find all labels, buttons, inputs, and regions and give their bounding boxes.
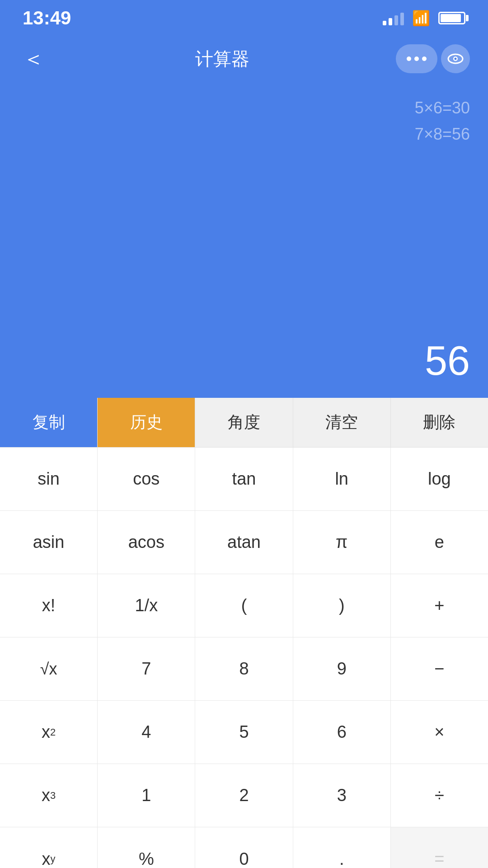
signal-icon (383, 11, 404, 25)
minus-key[interactable]: − (391, 637, 488, 700)
3-key[interactable]: 3 (293, 764, 391, 827)
plus-key[interactable]: + (391, 574, 488, 637)
delete-button[interactable]: 删除 (391, 398, 488, 447)
6-key[interactable]: 6 (293, 701, 391, 764)
cos-key[interactable]: cos (98, 448, 195, 510)
dots-icon (407, 57, 427, 61)
close-paren-key[interactable]: ) (293, 574, 391, 637)
keypad-row-1: sin cos tan ln log (0, 448, 488, 511)
0-key[interactable]: 0 (195, 827, 293, 868)
header-actions (396, 44, 470, 73)
header: ＜ 计算器 (0, 36, 488, 81)
wifi-icon: 📶 (412, 9, 430, 27)
more-button[interactable] (396, 44, 437, 73)
acos-key[interactable]: acos (98, 511, 195, 574)
current-result: 56 (425, 338, 470, 384)
e-key[interactable]: e (391, 511, 488, 574)
battery-icon (438, 12, 465, 24)
page-title: 计算器 (195, 47, 249, 71)
9-key[interactable]: 9 (293, 637, 391, 700)
action-row: 复制 历史 角度 清空 删除 (0, 398, 488, 448)
copy-button[interactable]: 复制 (0, 398, 98, 447)
eye-icon (447, 52, 464, 65)
open-paren-key[interactable]: ( (195, 574, 293, 637)
7-key[interactable]: 7 (98, 637, 195, 700)
keypad-row-4: √x 7 8 9 − (0, 637, 488, 701)
2-key[interactable]: 2 (195, 764, 293, 827)
pi-key[interactable]: π (293, 511, 391, 574)
log-key[interactable]: log (391, 448, 488, 510)
history-display: 5×6=30 7×8=56 (415, 95, 470, 147)
sqrt-key[interactable]: √x (0, 637, 98, 700)
history-line-2: 7×8=56 (415, 121, 470, 147)
reciprocal-key[interactable]: 1/x (98, 574, 195, 637)
multiply-key[interactable]: × (391, 701, 488, 764)
power-key[interactable]: xy (0, 827, 98, 868)
cube-key[interactable]: x3 (0, 764, 98, 827)
8-key[interactable]: 8 (195, 637, 293, 700)
4-key[interactable]: 4 (98, 701, 195, 764)
eye-button[interactable] (441, 44, 470, 73)
display-area: 5×6=30 7×8=56 56 (0, 81, 488, 398)
keypad: sin cos tan ln log asin acos atan π e x!… (0, 448, 488, 868)
status-icons: 📶 (383, 9, 465, 27)
keypad-row-3: x! 1/x ( ) + (0, 574, 488, 637)
clear-button[interactable]: 清空 (293, 398, 391, 447)
factorial-key[interactable]: x! (0, 574, 98, 637)
equals-key[interactable]: = (391, 827, 488, 868)
history-button[interactable]: 历史 (98, 398, 195, 447)
tan-key[interactable]: tan (195, 448, 293, 510)
atan-key[interactable]: atan (195, 511, 293, 574)
back-button[interactable]: ＜ (18, 40, 49, 78)
status-time: 13:49 (23, 7, 71, 29)
sin-key[interactable]: sin (0, 448, 98, 510)
asin-key[interactable]: asin (0, 511, 98, 574)
history-line-1: 5×6=30 (415, 95, 470, 121)
percent-key[interactable]: % (98, 827, 195, 868)
keypad-row-2: asin acos atan π e (0, 511, 488, 574)
keypad-row-5: x2 4 5 6 × (0, 701, 488, 764)
keypad-row-6: x3 1 2 3 ÷ (0, 764, 488, 827)
angle-button[interactable]: 角度 (195, 398, 293, 447)
1-key[interactable]: 1 (98, 764, 195, 827)
status-bar: 13:49 📶 (0, 0, 488, 36)
svg-point-2 (455, 58, 457, 60)
keypad-row-7: xy % 0 . = (0, 827, 488, 868)
5-key[interactable]: 5 (195, 701, 293, 764)
divide-key[interactable]: ÷ (391, 764, 488, 827)
square-key[interactable]: x2 (0, 701, 98, 764)
ln-key[interactable]: ln (293, 448, 391, 510)
decimal-key[interactable]: . (293, 827, 391, 868)
